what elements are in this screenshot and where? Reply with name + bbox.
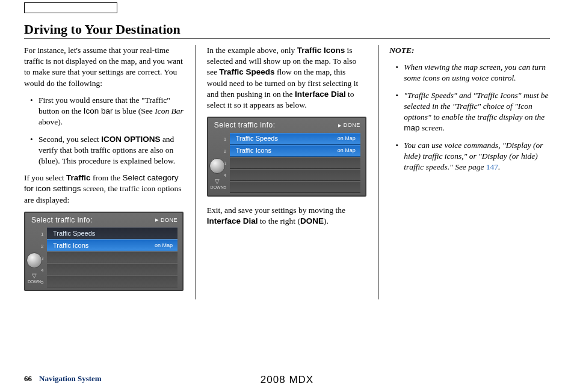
ui2-title: Select traffic info: — [214, 120, 276, 130]
step-2: Second, you select ICON OPTIONS and veri… — [32, 134, 185, 167]
ui1-header: Select traffic info: DONE — [25, 213, 182, 227]
exit-paragraph: Exit, and save your settings by moving t… — [207, 205, 368, 227]
ui1-done: DONE — [155, 216, 177, 224]
search-input[interactable] — [24, 2, 117, 13]
ui2-row-speeds: Traffic Speedson Map — [230, 133, 360, 145]
page-number: 66 — [24, 374, 32, 384]
ui-screenshot-1: Select traffic info: DONE 12345 Traffic … — [24, 212, 184, 291]
content-columns: For instance, let's assume that your rea… — [24, 45, 550, 299]
ui1-row-empty — [47, 275, 177, 287]
column-separator — [378, 45, 378, 299]
intro-paragraph: For instance, let's assume that your rea… — [24, 45, 185, 89]
ui1-rows: Traffic Speeds Traffic Iconson Map — [47, 227, 177, 287]
ui1-title: Select traffic info: — [31, 215, 93, 225]
select-traffic-paragraph: If you select Traffic from the Select ca… — [24, 173, 185, 206]
ui2-rows: Traffic Speedson Map Traffic Iconson Map — [230, 133, 360, 193]
ui1-row-speeds: Traffic Speeds — [47, 227, 177, 239]
ui1-knob-icon — [26, 253, 42, 268]
ui2-knob-icon — [209, 158, 225, 174]
note-1: When viewing the map screen, you can tur… — [398, 62, 550, 84]
page-title: Driving to Your Destination — [24, 22, 550, 39]
ui1-down-icon: DOWN — [29, 272, 40, 286]
model-year: 2008 MDX — [261, 374, 313, 386]
example-paragraph: In the example above, only Traffic Icons… — [207, 45, 368, 111]
ui1-row-empty — [47, 251, 177, 263]
note-heading: NOTE: — [389, 45, 550, 56]
steps-list: First you would ensure that the "Traffic… — [24, 95, 185, 167]
ui2-header: Select traffic info: DONE — [208, 118, 365, 132]
ui-screenshot-2: Select traffic info: DONE 12345 Traffic … — [207, 117, 366, 196]
column-separator — [196, 45, 196, 299]
ui2-down-icon: DOWN — [212, 177, 223, 192]
ui2-row-empty — [230, 181, 360, 193]
ui2-row-icons: Traffic Iconson Map — [230, 145, 360, 157]
note-3: You can use voice commands, "Display (or… — [398, 140, 550, 173]
ui2-row-empty — [230, 157, 360, 169]
section-name: Navigation System — [39, 374, 102, 384]
note-list: When viewing the map screen, you can tur… — [389, 62, 550, 173]
ui2-row-empty — [230, 169, 360, 181]
page-footer: 66 Navigation System 2008 MDX — [24, 374, 550, 384]
step-1: First you would ensure that the "Traffic… — [32, 95, 185, 128]
page-link-147[interactable]: 147 — [486, 162, 498, 171]
column-2: In the example above, only Traffic Icons… — [207, 45, 368, 299]
column-1: For instance, let's assume that your rea… — [24, 45, 185, 299]
ui1-row-icons: Traffic Iconson Map — [47, 239, 177, 251]
note-2: "Traffic Speeds" and "Traffic Icons" mus… — [398, 90, 550, 134]
column-3: NOTE: When viewing the map screen, you c… — [389, 45, 550, 299]
ui1-row-empty — [47, 263, 177, 275]
ui2-done: DONE — [338, 121, 360, 129]
